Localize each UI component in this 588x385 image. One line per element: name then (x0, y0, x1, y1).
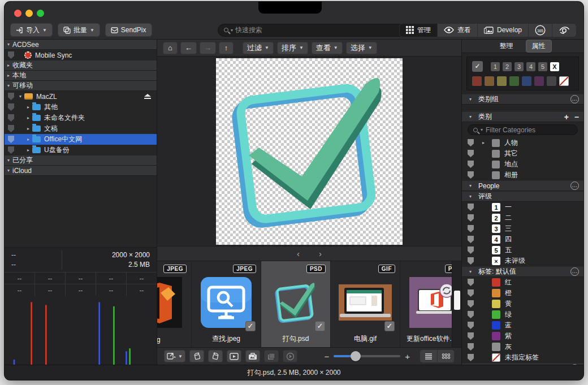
dropdown-过滤[interactable]: 过滤▼ (243, 42, 274, 54)
mode-view-button[interactable]: 查看 (438, 24, 478, 37)
dropdown-排序[interactable]: 排序▼ (277, 42, 308, 54)
rating-filter-2[interactable]: 2 (503, 62, 512, 71)
label-灰[interactable]: 灰 (462, 341, 583, 352)
mode-acdsee365-button[interactable]: 365 (529, 24, 552, 37)
dropdown-查看[interactable]: 查看▼ (312, 42, 343, 54)
rating-filter-1[interactable]: 1 (491, 62, 500, 71)
rating-1[interactable]: 1一 (462, 202, 583, 213)
rating-filter-4[interactable]: 4 (526, 62, 535, 71)
tab-整理[interactable]: 整理 (494, 40, 519, 52)
rating-4[interactable]: 4四 (462, 234, 583, 245)
sendpix-button[interactable]: SendPix (105, 23, 152, 37)
label-紫[interactable]: 紫 (462, 331, 583, 341)
back-button[interactable]: ← (180, 42, 197, 54)
up-button[interactable]: ↑ (219, 42, 234, 54)
category-checkbox[interactable] (492, 139, 500, 147)
category-地点[interactable]: 地点 (462, 159, 583, 170)
tree-section-可移动[interactable]: ▾可移动 (5, 81, 157, 91)
section-people[interactable]: ▾ People … (462, 180, 583, 191)
tree-section-本地[interactable]: ▸本地 (5, 71, 157, 81)
home-button[interactable]: ⌂ (163, 42, 178, 54)
label-黄[interactable]: 黄 (462, 299, 583, 309)
minimize-window-button[interactable] (25, 10, 33, 17)
rating-5[interactable]: 5五 (462, 245, 583, 256)
section-menu-button[interactable]: … (570, 181, 579, 190)
tree-item-maczl[interactable]: ▾MacZL (5, 91, 157, 102)
category-checkbox[interactable] (492, 161, 500, 168)
category-checkbox[interactable] (492, 150, 500, 158)
rotate-right-button[interactable] (208, 350, 223, 362)
thumbnail-view-button[interactable] (437, 350, 454, 362)
mode-quickview-button[interactable] (552, 24, 576, 37)
label-绿[interactable]: 绿 (462, 309, 583, 320)
rating-3[interactable]: 3三 (462, 223, 583, 234)
mode-manage-button[interactable]: 管理 (400, 24, 438, 37)
tree-item-其他[interactable]: ▸其他 (5, 102, 157, 113)
item-checkbox[interactable]: ✓ (384, 321, 395, 331)
external-editor-button[interactable]: ▼ (164, 350, 185, 362)
section-labels[interactable]: ▾ 标签: 默认值 … (462, 266, 583, 277)
tagged-filter-button[interactable]: ✓ (472, 61, 483, 72)
slideshow-button[interactable] (227, 350, 241, 362)
color-filter-6[interactable] (547, 76, 556, 86)
rating-2[interactable]: 2二 (462, 213, 583, 223)
list-view-button[interactable] (420, 350, 437, 362)
label-未指定标签[interactable]: 未指定标签 (462, 352, 583, 363)
rating-filter-5[interactable]: 5 (538, 62, 547, 71)
category-checkbox[interactable] (492, 171, 500, 179)
tree-section-已分享[interactable]: ▾已分享 (5, 155, 157, 166)
tree-item-mobile-sync[interactable]: Mobile Sync (5, 50, 157, 60)
section-menu-button[interactable]: … (570, 267, 579, 276)
filmstrip-item-电脑.gif[interactable]: GIF✓电脑.gif (331, 261, 400, 347)
section-categories[interactable]: ▾ 类别 +− (462, 111, 583, 122)
category-相册[interactable]: 相册 (462, 170, 583, 180)
next-image-button[interactable]: › (319, 249, 322, 258)
filter-categories-input[interactable]: ▾ Filter Categories (468, 124, 578, 135)
filmstrip-item-查找.jpeg[interactable]: JPEG✓查找.jpeg (192, 261, 261, 347)
clear-rating-filter-button[interactable]: X (550, 62, 559, 71)
forward-button[interactable]: → (200, 42, 216, 54)
toolbox-button[interactable] (245, 350, 260, 362)
tree-section-acdsee[interactable]: ▾ACDSee (5, 40, 157, 50)
filmstrip-item-打勾.psd[interactable]: PSD✓打勾.psd (261, 261, 331, 347)
filmstrip-scrollbar[interactable] (452, 261, 461, 347)
stack-button[interactable] (264, 350, 279, 362)
filmstrip-item-eg[interactable]: JPEG✓eg (157, 261, 192, 347)
item-checkbox[interactable]: ✓ (245, 321, 256, 331)
color-filter-2[interactable] (497, 76, 507, 86)
auto-advance-button[interactable] (283, 350, 297, 362)
color-filter-5[interactable] (534, 76, 544, 86)
close-window-button[interactable] (14, 10, 21, 17)
zoom-slider-handle[interactable] (351, 351, 361, 361)
preview-image[interactable] (216, 58, 403, 245)
label-蓝[interactable]: 蓝 (462, 320, 583, 331)
filmstrip-item-更新office软件.png[interactable]: PNG✓更新office软件.png (400, 261, 452, 347)
tree-item-u盘备份[interactable]: ▸U盘备份 (5, 145, 157, 155)
color-filter-7[interactable] (559, 76, 569, 86)
item-checkbox[interactable]: ✓ (315, 321, 325, 331)
category-人物[interactable]: ▸人物 (462, 137, 583, 148)
section-category-groups[interactable]: ▾ 类别组 … (462, 94, 583, 105)
color-filter-0[interactable] (472, 76, 482, 86)
tab-属性[interactable]: 属性 (526, 40, 552, 53)
add-category-button[interactable]: + (564, 113, 569, 122)
tree-section-收藏夹[interactable]: ▸收藏夹 (5, 60, 157, 71)
eject-icon[interactable] (144, 94, 151, 99)
remove-category-button[interactable]: − (574, 113, 579, 122)
category-其它[interactable]: 其它 (462, 148, 583, 159)
tree-section-icloud[interactable]: ▾iCloud (5, 166, 157, 176)
zoom-window-button[interactable] (37, 10, 44, 17)
label-红[interactable]: 红 (462, 277, 583, 288)
rotate-left-button[interactable] (189, 350, 204, 362)
color-filter-1[interactable] (485, 76, 494, 86)
zoom-in-button[interactable]: + (405, 352, 410, 361)
mode-develop-button[interactable]: Develop (478, 24, 529, 37)
quick-search-input[interactable]: ▾ 快速搜索 (218, 24, 407, 37)
rating-filter-3[interactable]: 3 (514, 62, 524, 71)
tree-item-未命名文件夹[interactable]: ▸未命名文件夹 (5, 113, 157, 123)
tree-item-文稿[interactable]: ▸文稿 (5, 123, 157, 134)
scrollbar-handle[interactable] (454, 291, 460, 310)
dropdown-选择[interactable]: 选择▼ (346, 42, 377, 54)
color-filter-3[interactable] (509, 76, 519, 86)
zoom-out-button[interactable]: − (324, 352, 329, 361)
